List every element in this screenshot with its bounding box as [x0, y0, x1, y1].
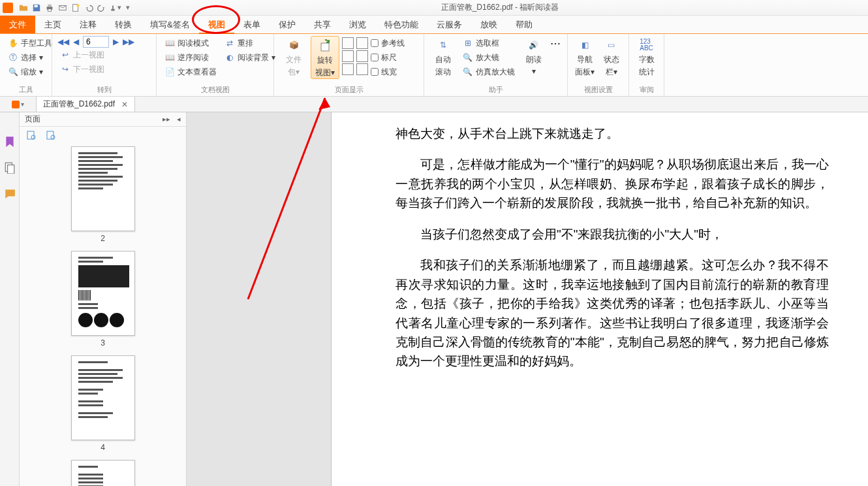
- tab-form[interactable]: 表单: [234, 16, 270, 33]
- qat-email-icon[interactable]: [56, 2, 69, 14]
- qat-open-icon[interactable]: [17, 2, 30, 14]
- thumb-item[interactable]: 3: [20, 251, 186, 348]
- imitate-mag-button[interactable]: 🔍仿真放大镜: [460, 65, 518, 79]
- reverse-icon: 📖: [164, 52, 175, 63]
- assist-extra-icon[interactable]: ⋯: [550, 37, 562, 49]
- scale-check[interactable]: 标尺: [371, 50, 405, 65]
- svg-point-13: [51, 135, 55, 139]
- select-button[interactable]: Ⓣ选择 ▾: [5, 50, 55, 65]
- magnifier-button[interactable]: 🔍放大镜: [460, 50, 518, 65]
- tab-home[interactable]: 主页: [35, 16, 70, 33]
- marquee-button[interactable]: ⊞选取框: [460, 36, 518, 50]
- tab-comment[interactable]: 注释: [70, 16, 106, 33]
- tab-protect[interactable]: 保护: [270, 16, 305, 33]
- hand-tool-label: 手型工具: [21, 38, 52, 49]
- thumb-number: 3: [101, 338, 105, 348]
- tab-fillsign[interactable]: 填写&签名: [141, 16, 199, 33]
- read-mode-label: 阅读模式: [178, 38, 209, 49]
- next-view-button[interactable]: ↪下一视图: [57, 62, 151, 76]
- qat-stamp-icon[interactable]: ▾: [108, 2, 121, 14]
- panel-menu-icon[interactable]: ▸▸: [163, 115, 170, 123]
- reverse-read-button[interactable]: 📖逆序阅读: [162, 50, 219, 65]
- ruler-label: 参考线: [381, 38, 405, 49]
- wordcount-button[interactable]: 123ABC 字数 统计: [634, 36, 659, 78]
- thumb-list[interactable]: 2 3 4: [20, 144, 186, 486]
- rail-comments-icon[interactable]: [4, 188, 16, 200]
- readaloud-drop: ▾: [532, 67, 536, 76]
- thumb-zoom-out-icon[interactable]: [46, 130, 56, 140]
- qat-save-icon[interactable]: [30, 2, 43, 14]
- thumb-zoom-in-icon[interactable]: [26, 130, 37, 140]
- tab-special[interactable]: 特色功能: [375, 16, 427, 33]
- doc-paragraph: 当孩子们忽然变成了会用"不"来跟我抗衡的小"大人"时，: [395, 225, 829, 244]
- thumb-item[interactable]: 4: [20, 355, 186, 452]
- magnifier-label: 放大镜: [476, 52, 499, 63]
- last-page-icon[interactable]: ▶▶: [123, 37, 134, 46]
- statusbar-button[interactable]: ▭ 状态 栏▾: [600, 36, 624, 78]
- navpane-button[interactable]: ◧ 导航 面板▾: [573, 36, 597, 78]
- prev-page-icon[interactable]: ◀: [73, 37, 79, 46]
- rail-bookmark-icon[interactable]: [4, 136, 16, 148]
- page-number-input[interactable]: [83, 36, 109, 48]
- linewidth-check[interactable]: 线宽: [371, 65, 405, 79]
- qat-new-icon[interactable]: [69, 2, 82, 14]
- group-tools: ✋手型工具 Ⓣ选择 ▾ 🔍缩放 ▾ 工具: [0, 34, 52, 96]
- qat-redo-icon[interactable]: [95, 2, 108, 14]
- zoom-button[interactable]: 🔍缩放 ▾: [5, 65, 55, 79]
- thumb-panel-title: 页面: [25, 114, 40, 125]
- readaloud-button[interactable]: 🔊 朗读 ▾: [520, 36, 548, 76]
- pdf-page: 神色大变，从手术台上跳下来就逃走了。 可是，怎样做才能成为一个"懂行"的妈妈呢？…: [332, 112, 868, 486]
- rotate-view-button[interactable]: 旋转 视图▾: [311, 36, 339, 79]
- qat-more-icon[interactable]: ▾: [121, 2, 134, 14]
- tab-screenshot[interactable]: 放映: [471, 16, 506, 33]
- file-pkg-button[interactable]: 📦 文件 包▾: [279, 36, 308, 78]
- tab-cloud[interactable]: 云服务: [427, 16, 471, 33]
- text-icon: 📄: [164, 67, 175, 77]
- panel-collapse-icon[interactable]: ◂: [177, 115, 181, 123]
- tab-share[interactable]: 共享: [305, 16, 340, 33]
- continuous-icon[interactable]: [342, 50, 354, 62]
- ruler-check[interactable]: 参考线: [371, 36, 405, 50]
- reverse-read-label: 逆序阅读: [178, 52, 209, 63]
- two-page-icon[interactable]: [356, 37, 368, 49]
- tab-view[interactable]: 视图: [199, 16, 234, 33]
- imitate-mag-label: 仿真放大镜: [476, 67, 515, 78]
- cover-icon[interactable]: [356, 50, 368, 62]
- single-page-icon[interactable]: [342, 37, 354, 49]
- tab-browse[interactable]: 浏览: [340, 16, 375, 33]
- thumb-item[interactable]: 2: [20, 146, 186, 243]
- tab-file[interactable]: 文件: [0, 16, 35, 33]
- file-pkg-l1: 文件: [286, 54, 302, 65]
- group-tools-title: 工具: [5, 84, 46, 95]
- document-viewport[interactable]: 神色大变，从手术台上跳下来就逃走了。 可是，怎样做才能成为一个"懂行"的妈妈呢？…: [187, 112, 868, 486]
- ribbon: ✋手型工具 Ⓣ选择 ▾ 🔍缩放 ▾ 工具 ◀◀ ◀ ▶ ▶▶ ↩上一视图 ↪下一…: [0, 34, 868, 97]
- tab-help[interactable]: 帮助: [506, 16, 542, 33]
- facing-icon[interactable]: [342, 63, 354, 75]
- thumb-item[interactable]: [20, 460, 186, 486]
- text-viewer-button[interactable]: 📄文本查看器: [162, 65, 219, 79]
- document-tabs: ▾ 正面管教_D1662.pdf ✕: [0, 97, 868, 112]
- navpane-icon: ◧: [577, 37, 593, 53]
- tab-convert[interactable]: 转换: [106, 16, 141, 33]
- next-page-icon[interactable]: ▶: [113, 37, 119, 46]
- rail-pages-icon[interactable]: [4, 162, 16, 174]
- hand-tool-button[interactable]: ✋手型工具: [5, 36, 55, 50]
- prev-view-icon: ↩: [60, 50, 70, 60]
- autoscroll-button[interactable]: ⇅ 自动 滚动: [429, 36, 457, 78]
- thumb-panel-header: 页面 ▸▸ ◂: [20, 112, 186, 127]
- first-page-icon[interactable]: ◀◀: [57, 37, 69, 46]
- split-icon[interactable]: [356, 63, 368, 75]
- document-tab[interactable]: 正面管教_D1662.pdf ✕: [37, 97, 135, 112]
- group-assistant-title: 助手: [429, 84, 562, 95]
- doctab-start[interactable]: ▾: [0, 97, 37, 112]
- reflow-button[interactable]: ⇄重排: [222, 36, 278, 50]
- group-viewset: ◧ 导航 面板▾ ▭ 状态 栏▾ 视图设置: [568, 34, 629, 96]
- zoom-label: 缩放: [21, 67, 37, 78]
- window-title: 正面管教_D1662.pdf - 福昕阅读器: [134, 2, 865, 13]
- read-mode-button[interactable]: 📖阅读模式: [162, 36, 219, 50]
- read-bg-button[interactable]: ◐阅读背景 ▾: [222, 50, 278, 65]
- close-tab-icon[interactable]: ✕: [121, 100, 128, 109]
- qat-undo-icon[interactable]: [82, 2, 95, 14]
- prev-view-button[interactable]: ↩上一视图: [57, 48, 151, 62]
- qat-print-icon[interactable]: [43, 2, 56, 14]
